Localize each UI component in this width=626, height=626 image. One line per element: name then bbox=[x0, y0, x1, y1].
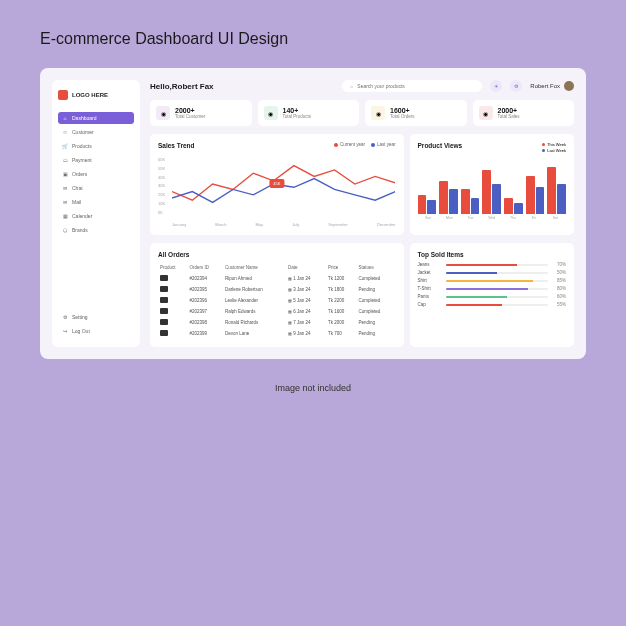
mail-icon: ✉ bbox=[62, 199, 68, 205]
x-tick: May bbox=[256, 222, 264, 227]
stat-card: ◉2000+Total Sales bbox=[473, 100, 575, 126]
order-date: ▦ 9 Jan 24 bbox=[286, 328, 326, 339]
progress-bar bbox=[446, 280, 548, 282]
views-legend: This WeekLast Week bbox=[542, 142, 566, 153]
sidebar-item-calender[interactable]: ▦Calender bbox=[58, 210, 134, 222]
bar-label: Sun bbox=[418, 216, 439, 220]
notification-button[interactable]: ☀ bbox=[490, 80, 502, 92]
bar-label: Fri bbox=[524, 216, 545, 220]
stat-value: 1600+ bbox=[390, 107, 415, 114]
table-row[interactable]: #202399Devon Lane▦ 9 Jan 24Tk 700Pending bbox=[158, 328, 396, 339]
bar bbox=[492, 184, 501, 214]
sidebar-item-products[interactable]: 🛒Products bbox=[58, 140, 134, 152]
product-thumb-icon bbox=[160, 297, 168, 303]
search-box[interactable]: ⌕ bbox=[342, 80, 482, 92]
sidebar-item-dashboard[interactable]: ⌂Dashboard bbox=[58, 112, 134, 124]
status: Completed bbox=[357, 306, 396, 317]
logout-icon: ↪ bbox=[62, 328, 68, 334]
stats-row: ◉2000+Total Customer◉140+Total Products◉… bbox=[150, 100, 574, 126]
sidebar-item-mail[interactable]: ✉Mail bbox=[58, 196, 134, 208]
user-menu[interactable]: Robert Fox bbox=[530, 81, 574, 91]
table-row[interactable]: #202397Ralph Edwards▦ 6 Jan 24Tk 1600Com… bbox=[158, 306, 396, 317]
table-row[interactable]: #202398Ronald Richards▦ 7 Jan 24Tk 2000P… bbox=[158, 317, 396, 328]
sidebar-item-setting[interactable]: ⚙Setting bbox=[58, 311, 134, 323]
legend-item: Current year bbox=[334, 142, 365, 147]
product-thumb-icon bbox=[160, 286, 168, 292]
progress-bar bbox=[446, 272, 548, 274]
sidebar-item-chat[interactable]: ✉Chat bbox=[58, 182, 134, 194]
orders-title: All Orders bbox=[158, 251, 396, 258]
y-tick: 10K bbox=[158, 201, 165, 206]
order-id: #202396 bbox=[187, 295, 222, 306]
bar bbox=[557, 184, 566, 214]
table-row[interactable]: #202396Leslie Alexander▦ 5 Jan 24Tk 2200… bbox=[158, 295, 396, 306]
y-tick: 50K bbox=[158, 166, 165, 171]
stat-icon: ◉ bbox=[156, 106, 170, 120]
bar-group bbox=[482, 170, 501, 214]
bar bbox=[418, 195, 427, 214]
search-input[interactable] bbox=[357, 83, 474, 89]
x-tick: September bbox=[328, 222, 348, 227]
item-pct: 60% bbox=[552, 294, 566, 299]
legend-item: Last Week bbox=[542, 148, 566, 153]
sidebar-item-brands[interactable]: ⬠Brands bbox=[58, 224, 134, 236]
logo[interactable]: LOGO HERE bbox=[58, 90, 134, 100]
sidebar-item-payment[interactable]: ▭Payment bbox=[58, 154, 134, 166]
nav-label: Payment bbox=[72, 157, 92, 163]
nav-label: Orders bbox=[72, 171, 87, 177]
bar bbox=[449, 189, 458, 214]
item-pct: 55% bbox=[552, 302, 566, 307]
bar-group bbox=[526, 176, 545, 215]
logo-text: LOGO HERE bbox=[72, 92, 108, 98]
top-item-row: T-Shirt80% bbox=[418, 286, 566, 291]
item-pct: 70% bbox=[552, 262, 566, 267]
sidebar-item-orders[interactable]: ▣Orders bbox=[58, 168, 134, 180]
price: Tk 2000 bbox=[326, 317, 357, 328]
stat-label: Total Sales bbox=[498, 114, 520, 119]
main-content: Hello,Robert Fax ⌕ ☀ ⚙ Robert Fox ◉2000+… bbox=[150, 80, 574, 347]
nav-label: Brands bbox=[72, 227, 88, 233]
bar-group bbox=[439, 181, 458, 214]
price: Tk 1800 bbox=[326, 284, 357, 295]
bar-group bbox=[418, 195, 437, 214]
stat-value: 140+ bbox=[283, 107, 312, 114]
table-row[interactable]: #202395Darlene Robertson▦ 3 Jan 24Tk 180… bbox=[158, 284, 396, 295]
sidebar-item-log-out[interactable]: ↪Log Out bbox=[58, 325, 134, 337]
topbar: Hello,Robert Fax ⌕ ☀ ⚙ Robert Fox bbox=[150, 80, 574, 92]
top-sold-card: Top Sold Items Jeans70%Jacket50%Shirt85%… bbox=[410, 243, 574, 347]
sidebar-item-customer[interactable]: ☺Customer bbox=[58, 126, 134, 138]
bell-icon: ☀ bbox=[494, 83, 498, 89]
y-tick: 20K bbox=[158, 192, 165, 197]
customer-name: Leslie Alexander bbox=[223, 295, 286, 306]
table-row[interactable]: #202394Ripon Ahmed▦ 1 Jan 24Tk 1200Compl… bbox=[158, 273, 396, 284]
product-thumb-icon bbox=[160, 275, 168, 281]
footer-note: Image not included bbox=[40, 383, 586, 393]
calendar-icon: ▦ bbox=[62, 213, 68, 219]
column-header: Orders ID bbox=[187, 262, 222, 273]
bar bbox=[514, 203, 523, 214]
settings-button[interactable]: ⚙ bbox=[510, 80, 522, 92]
product-thumb-icon bbox=[160, 330, 168, 336]
y-tick: 60K bbox=[158, 157, 165, 162]
nav-label: Calender bbox=[72, 213, 92, 219]
nav-label: Setting bbox=[72, 314, 88, 320]
top-item-row: Jacket50% bbox=[418, 270, 566, 275]
item-name: Shirt bbox=[418, 278, 442, 283]
nav-label: Mail bbox=[72, 199, 81, 205]
order-id: #202399 bbox=[187, 328, 222, 339]
order-date: ▦ 6 Jan 24 bbox=[286, 306, 326, 317]
bar-label: Thu bbox=[502, 216, 523, 220]
bar-label: Wed bbox=[481, 216, 502, 220]
price: Tk 1200 bbox=[326, 273, 357, 284]
bar bbox=[504, 198, 513, 215]
sales-trend-card: Sales Trend Current yearLast year 60K50K… bbox=[150, 134, 404, 235]
y-tick: 40K bbox=[158, 175, 165, 180]
customer-name: Ripon Ahmed bbox=[223, 273, 286, 284]
item-name: Pants bbox=[418, 294, 442, 299]
customer-name: Ronald Richards bbox=[223, 317, 286, 328]
order-id: #202398 bbox=[187, 317, 222, 328]
bar bbox=[526, 176, 535, 215]
nav-label: Log Out bbox=[72, 328, 90, 334]
bar bbox=[547, 167, 556, 214]
column-header: Statues bbox=[357, 262, 396, 273]
